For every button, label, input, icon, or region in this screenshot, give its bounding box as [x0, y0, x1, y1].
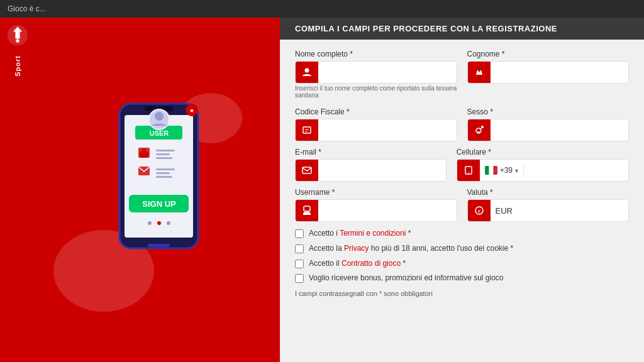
currency-wrapper: € EUR — [467, 199, 630, 222]
codice-icon — [296, 119, 318, 141]
cognome-input-wrapper — [467, 61, 630, 84]
currency-value: EUR — [491, 206, 518, 216]
codice-label: Codice Fiscale * — [295, 107, 457, 116]
flag-icon — [485, 166, 497, 175]
form-row-3: E-mail * Cellulare * — [295, 148, 629, 182]
checkbox-privacy[interactable] — [295, 244, 304, 253]
checkbox-row-2: Accetto la Privacy ho più di 18 anni, ac… — [295, 243, 629, 254]
checkbox-bonus[interactable] — [295, 274, 304, 283]
form-group-cognome: Cognome * — [467, 50, 630, 101]
form-row-2: Codice Fiscale * Sesso * — [295, 107, 629, 141]
codice-input-wrapper — [295, 119, 457, 141]
form-group-valuta: Valuta * € EUR — [467, 188, 630, 222]
svg-rect-14 — [156, 153, 170, 155]
svg-point-27 — [476, 128, 481, 133]
form-group-cellulare: Cellulare * — [457, 148, 629, 182]
svg-rect-5 — [148, 244, 170, 247]
checkbox-row-3: Accetto il Contratto di gioco * — [295, 258, 629, 269]
form-header: COMPILA I CAMPI PER PROCEDERE CON LA REG… — [280, 18, 644, 40]
top-bar: Gioco è c... — [0, 0, 644, 18]
nome-input-wrapper — [295, 61, 457, 84]
checkbox-row-4: Voglio ricevere bonus, promozioni ed inf… — [295, 273, 629, 283]
username-input[interactable] — [318, 200, 457, 221]
cognome-icon — [468, 61, 491, 84]
svg-rect-26 — [303, 127, 311, 133]
svg-point-1 — [16, 39, 19, 42]
form-row-1: Nome completo * Inserisci il tuo nome co… — [295, 50, 629, 101]
sidebar-logo — [5, 23, 30, 48]
sesso-input[interactable] — [491, 119, 629, 141]
checkbox-row-1: Accetto i Termini e condizioni * — [295, 228, 629, 239]
top-bar-text: Gioco è c... — [8, 4, 46, 13]
cognome-input[interactable] — [491, 62, 629, 83]
svg-rect-29 — [303, 167, 311, 173]
svg-rect-33 — [493, 166, 497, 175]
privacy-link[interactable]: Privacy — [344, 244, 369, 253]
sidebar-sport-label: Sport — [14, 55, 21, 77]
svg-rect-31 — [485, 166, 489, 175]
form-title: COMPILA I CAMPI PER PROCEDERE CON LA REG… — [295, 24, 557, 33]
svg-rect-17 — [156, 168, 175, 170]
svg-point-25 — [305, 69, 309, 73]
checkbox-contratto-label: Accetto il Contratto di gioco * — [309, 258, 406, 269]
form-group-username: Username * — [295, 188, 457, 222]
svg-point-9 — [155, 112, 164, 121]
username-label: Username * — [295, 188, 457, 197]
phone-input-wrapper: +39 ▾ — [457, 159, 629, 182]
email-input[interactable] — [318, 160, 446, 181]
phone-illustration: USER ★ — [94, 91, 220, 288]
checkbox-contratto[interactable] — [295, 260, 304, 268]
mandatory-note: I campi contrassegnati con * sono obblig… — [295, 290, 629, 297]
email-icon — [296, 159, 318, 182]
phone-flag-selector[interactable]: +39 ▾ — [480, 166, 524, 175]
codice-input[interactable] — [318, 119, 457, 141]
email-label: E-mail * — [295, 148, 447, 156]
phone-icon — [457, 159, 480, 182]
nome-input[interactable] — [318, 62, 457, 83]
svg-rect-18 — [156, 172, 170, 174]
svg-text:★: ★ — [189, 107, 194, 114]
valuta-label: Valuta * — [467, 188, 630, 197]
nome-icon — [296, 61, 318, 84]
cognome-label: Cognome * — [467, 50, 630, 58]
svg-text:SIGN UP: SIGN UP — [142, 199, 176, 209]
phone-chevron-icon: ▾ — [515, 167, 518, 174]
contratto-link[interactable]: Contratto di gioco — [341, 259, 401, 268]
currency-icon: € — [468, 199, 491, 222]
checkbox-bonus-label: Voglio ricevere bonus, promozioni ed inf… — [309, 273, 504, 283]
left-content: USER ★ — [35, 18, 280, 362]
nome-label: Nome completo * — [295, 50, 457, 58]
form-group-sesso: Sesso * — [467, 107, 630, 141]
sidebar: Sport — [0, 18, 35, 362]
sesso-input-wrapper — [467, 119, 630, 141]
checkbox-termini-label: Accetto i Termini e condizioni * — [309, 228, 411, 239]
svg-rect-15 — [156, 157, 172, 159]
sesso-label: Sesso * — [467, 107, 630, 116]
svg-rect-13 — [156, 150, 175, 151]
form-group-email: E-mail * — [295, 148, 447, 182]
checkbox-section: Accetto i Termini e condizioni * Accetto… — [295, 228, 629, 283]
nome-hint: Inserisci il tuo nome completo come ripo… — [295, 85, 457, 99]
cellulare-label: Cellulare * — [457, 148, 629, 156]
svg-text:USER: USER — [150, 129, 169, 137]
checkbox-privacy-label: Accetto la Privacy ho più di 18 anni, ac… — [309, 243, 513, 254]
cellulare-input[interactable] — [524, 160, 628, 181]
svg-rect-32 — [489, 166, 493, 175]
svg-rect-19 — [156, 176, 172, 178]
checkbox-termini[interactable] — [295, 229, 304, 238]
svg-point-30 — [468, 172, 469, 173]
form-area: COMPILA I CAMPI PER PROCEDERE CON LA REG… — [280, 18, 644, 362]
username-input-wrapper — [295, 199, 457, 222]
username-icon — [296, 199, 318, 222]
form-row-4: Username * Valuta * — [295, 188, 629, 222]
svg-text:€: € — [477, 209, 480, 214]
svg-rect-34 — [304, 206, 310, 211]
termini-link[interactable]: Termini e condizioni — [340, 229, 406, 238]
email-input-wrapper — [295, 159, 447, 182]
sesso-icon — [468, 119, 491, 141]
form-body: Nome completo * Inserisci il tuo nome co… — [280, 40, 644, 362]
phone-country-code: +39 — [500, 166, 513, 175]
svg-point-22 — [148, 221, 152, 225]
svg-point-24 — [167, 221, 170, 225]
main-layout: Sport USER — [0, 18, 644, 362]
